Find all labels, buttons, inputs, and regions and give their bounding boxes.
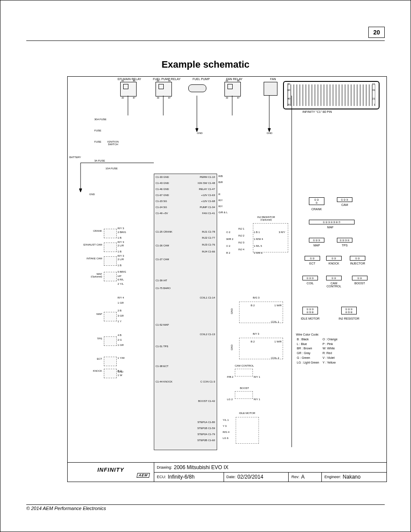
mini-connector-label: CAM CONTROL	[321, 282, 347, 288]
ecu-label: ECU:	[157, 475, 166, 479]
ecu-pin-left: C1-44 KNOCK	[156, 380, 172, 383]
sensor-label: EXHAUST CAM	[76, 243, 102, 246]
wire-code-entry: LG : Light Green	[297, 361, 322, 365]
ecu-wire-color: R	[218, 193, 220, 196]
idle-wire: Y 3	[223, 425, 227, 427]
ecu-wire-color: R/B	[218, 175, 223, 177]
wire-note: 1 B	[118, 264, 121, 267]
mini-connector-label: CAM	[332, 203, 358, 206]
cam-wire-r: R/Y 1	[254, 376, 260, 378]
mini-connector: ①②	[326, 276, 342, 280]
ecu-pin-left: C1-75 BARO	[156, 287, 171, 289]
injector-name: INJ 2	[238, 234, 244, 237]
mini-connector: ①②	[326, 256, 342, 261]
mini-connector: ①②③ ④⑤⑥	[341, 307, 357, 314]
injector-name: INJ 4	[238, 248, 244, 251]
boost-wire-l: LG 2	[227, 398, 233, 401]
wire-note: 1 W	[118, 374, 122, 376]
injector-name: INJ 1	[238, 227, 244, 230]
title-block: INFINITY AEM Drawing: 2006 Mitsubishi EV…	[68, 462, 386, 482]
sensor-label: ECT	[76, 358, 102, 360]
boost-label: BOOST	[240, 387, 249, 389]
date-value: 02/20/2014	[237, 474, 263, 480]
wire-note: 1 Y/W	[118, 357, 125, 359]
boost-box	[235, 391, 253, 399]
engineer-label: Engineer:	[324, 475, 341, 479]
mini-connector-label: MAF	[318, 226, 343, 229]
ecu-pin-left: C1-23 SG	[156, 200, 167, 202]
sensor-label: MAF (Optional)	[76, 273, 102, 278]
wire-note: R/Y 4	[118, 296, 124, 299]
wire-note: 6 R/L	[118, 278, 124, 281]
mini-connector-label: IDLE MOTOR	[297, 317, 323, 320]
ecu-pin-left: C1-25 CRANK	[156, 230, 172, 233]
ecu-pin-left: C1-43 GND	[156, 182, 169, 184]
header-rule	[26, 40, 385, 41]
ecu-pin-right: INJ2 C1-77	[202, 236, 215, 239]
mini-connector: ①②③ ④⑤⑥	[302, 307, 318, 314]
mini-connector: ①②③	[309, 238, 324, 243]
ecu-pin-right: RELAY C1-47	[199, 188, 215, 190]
inj-wire-l: O 2	[226, 245, 230, 247]
sensor-box	[104, 312, 117, 321]
mini-connector-label: MAP	[304, 244, 330, 247]
sensor-box	[104, 243, 117, 252]
ecu-pin-right: INJ1 C1-78	[202, 230, 215, 233]
wire-code-entry: G : Green	[297, 356, 322, 360]
wire-note: GND	[118, 370, 123, 373]
boost-wire-r: R/Y 1	[254, 398, 260, 401]
mini-connector: ①②	[352, 276, 367, 280]
wire-note: 4 B	[118, 334, 121, 336]
sensor-box	[104, 357, 117, 366]
drawing-value: 2006 Mitsubishi EVO IX	[174, 464, 229, 470]
coil1-box	[239, 302, 283, 323]
ecu-pin-left: C1-46 GND	[156, 188, 169, 190]
ecu-pin-right: COIL1 C1-14	[200, 296, 215, 299]
wire-code-title: Wire Color Code:	[296, 333, 341, 337]
wire-note: 2 BR/G	[118, 231, 126, 233]
wire-code-entry: L : Blue	[297, 342, 322, 346]
wire-note: 1 GR	[118, 344, 124, 346]
ecu-pin-left: C1-39 IAT	[156, 279, 167, 282]
sensor-label: TPS	[76, 337, 102, 340]
wire-code-entry: R: Red	[323, 352, 340, 355]
schematic-frame: EFI MAIN RELAY FUEL PUMP RELAY FUEL PUMP…	[67, 76, 387, 482]
ecu-pin-left: C1-49 +5V	[156, 212, 168, 215]
cam-wire-l: P/B 2	[227, 376, 234, 378]
wire-code-entry: BR : Brown	[297, 347, 322, 351]
ecu-pin-right: STEP2A C1-79	[197, 433, 215, 436]
sensor-box	[104, 369, 117, 378]
ecu-pin-right: IGN SW C1-48	[198, 182, 215, 184]
ecu-value: Infinity-6/8h	[168, 474, 195, 480]
wire-code-table: B : BlackO : OrangeL : BlueP : PinkBR : …	[296, 337, 341, 366]
ecu-pin-right: INJ3 C1-76	[202, 243, 215, 246]
ecu-pin-right: BOOST C1-42	[198, 400, 215, 402]
wire-note: 3 GR	[118, 314, 124, 317]
sensor-box	[104, 336, 117, 346]
svg-marker-7	[196, 128, 198, 132]
mini-connector-label: CRANK	[304, 208, 330, 211]
wire-code-entry: O : Orange	[323, 338, 340, 342]
ecu-wire-color: G/R & L	[218, 211, 227, 214]
wire-note: R/Y 3	[118, 227, 124, 230]
wire-note: 1 B	[118, 236, 121, 239]
ecu-pin-left: C1-38 ECT	[156, 365, 168, 367]
inj-resistor-box	[253, 223, 288, 252]
mini-connector: ①②③④	[337, 238, 352, 243]
mini-connector: ①②	[350, 256, 365, 261]
coil-wire-bg3: B/G 3	[253, 296, 259, 299]
wire-note: 1 B	[118, 250, 121, 253]
wire-note: 2 G	[118, 339, 122, 341]
mini-connector-label: TPS	[332, 244, 358, 247]
sensor-box	[104, 256, 117, 266]
drawing-label: Drawing:	[157, 465, 172, 470]
logo-aem: AEM	[137, 473, 150, 478]
sensor-box	[104, 229, 117, 238]
idle-motor-label: IDLE MOTOR	[239, 412, 255, 414]
mini-connector: ①②③	[302, 276, 318, 280]
mini-connector: ①②③④⑤⑥⑦	[309, 220, 355, 224]
wire-note: R/Y 3	[118, 241, 124, 243]
wire-note: R/Y 3	[118, 255, 124, 257]
wire-note: 2 L/R	[118, 244, 124, 247]
wire-note: 2 Y/L	[118, 283, 124, 285]
